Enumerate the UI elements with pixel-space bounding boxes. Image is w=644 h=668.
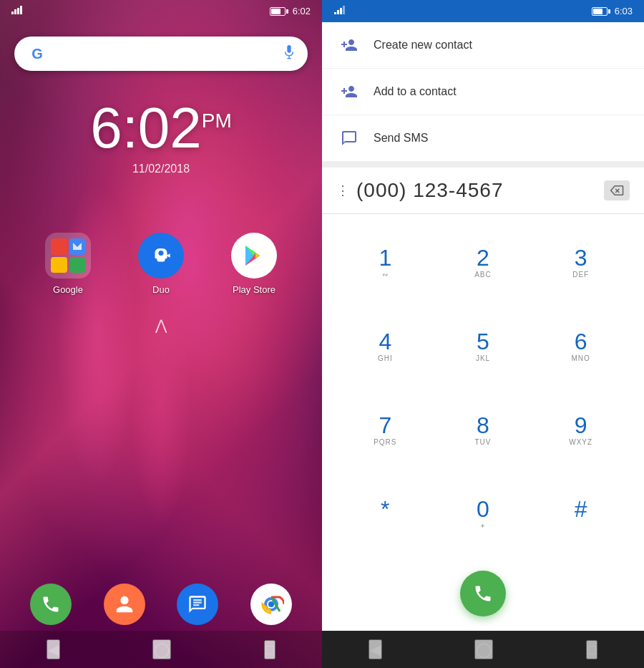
- left-time: 6:02: [293, 6, 311, 16]
- google-search-bar[interactable]: G: [14, 37, 308, 71]
- signal-icon: [11, 6, 23, 16]
- create-contact-label: Create new contact: [374, 39, 472, 52]
- phone-number: (000) 123-4567: [356, 179, 597, 202]
- key-5[interactable]: 5 JKL: [434, 305, 532, 389]
- key-3-letters: DEF: [572, 271, 589, 281]
- send-sms-item[interactable]: Send SMS: [322, 115, 644, 162]
- maps-icon: [51, 257, 67, 274]
- key-0[interactable]: 0 +: [434, 473, 532, 556]
- key-0-letters: +: [481, 522, 486, 532]
- status-right: 6:02: [270, 6, 311, 16]
- right-nav: ◀ ◯ □: [322, 631, 644, 668]
- app-item-duo[interactable]: Duo: [138, 233, 184, 295]
- right-status-right: 6:03: [592, 6, 633, 16]
- create-contact-item[interactable]: Create new contact: [322, 22, 644, 69]
- svg-point-7: [158, 251, 163, 256]
- right-time: 6:03: [615, 6, 633, 16]
- app-item-google[interactable]: Google: [45, 233, 91, 295]
- duo-icon: [138, 233, 184, 279]
- app-item-playstore[interactable]: Play Store: [231, 233, 277, 295]
- svg-rect-2: [17, 8, 19, 14]
- right-back-button[interactable]: ◀: [369, 639, 382, 659]
- create-contact-icon: [339, 35, 359, 55]
- key-7-letters: PQRS: [374, 438, 396, 448]
- add-to-contact-label: Add to a contact: [374, 85, 457, 98]
- key-6-letters: MNO: [571, 354, 590, 364]
- drive-icon: [69, 257, 86, 274]
- add-to-contact-icon: [339, 82, 359, 102]
- key-hash[interactable]: #: [532, 473, 630, 556]
- youtube-icon: [51, 238, 67, 255]
- home-clock: 6:02PM 11/02/2018: [0, 100, 322, 175]
- key-9[interactable]: 9 WXYZ: [532, 389, 630, 473]
- backspace-button[interactable]: [604, 180, 630, 200]
- key-7[interactable]: 7 PQRS: [336, 389, 434, 473]
- clock-time-value: 6:02: [90, 96, 202, 160]
- svg-rect-4: [287, 45, 291, 53]
- right-recents-button[interactable]: □: [586, 640, 597, 659]
- dialer-area: ⋮ (000) 123-4567 1 ∾ 2 ABC 3 DEF: [322, 168, 644, 631]
- gmail-icon: [69, 238, 86, 255]
- key-2-letters: ABC: [474, 271, 492, 281]
- more-icon[interactable]: ⋮: [336, 183, 349, 198]
- key-8[interactable]: 8 TUV: [434, 389, 532, 473]
- send-sms-label: Send SMS: [374, 132, 428, 145]
- right-battery-icon: [592, 7, 610, 16]
- duo-label: Duo: [152, 284, 170, 295]
- call-button[interactable]: [460, 571, 506, 616]
- key-6[interactable]: 6 MNO: [532, 305, 630, 389]
- key-4[interactable]: 4 GHI: [336, 305, 434, 389]
- left-status-bar: 6:02: [0, 0, 322, 22]
- google-folder-icon: [45, 233, 91, 279]
- clock-date: 11/02/2018: [0, 163, 322, 175]
- playstore-icon: [231, 233, 277, 279]
- right-status-bar: 6:03: [322, 0, 644, 22]
- key-8-letters: TUV: [474, 438, 491, 448]
- playstore-label: Play Store: [233, 284, 275, 295]
- back-button[interactable]: ◀: [47, 639, 60, 659]
- mic-icon[interactable]: [283, 44, 295, 64]
- send-sms-icon: [339, 128, 359, 148]
- up-arrow[interactable]: ⋀: [0, 316, 322, 334]
- contact-menu: Create new contact Add to a contact Send…: [322, 22, 644, 162]
- clock-display: 6:02PM: [0, 100, 322, 157]
- home-screen: 6:02 G 6:02PM 11/02/2018: [0, 0, 322, 668]
- svg-rect-3: [20, 6, 22, 14]
- svg-rect-1: [14, 9, 16, 14]
- key-1[interactable]: 1 ∾: [336, 221, 434, 305]
- key-5-letters: JKL: [476, 354, 490, 364]
- number-display: ⋮ (000) 123-4567: [322, 168, 644, 214]
- svg-rect-0: [11, 11, 14, 14]
- battery-icon: [270, 7, 288, 16]
- home-dock: [0, 584, 322, 625]
- key-1-letters: ∾: [382, 271, 389, 281]
- app-grid: Google Duo: [0, 233, 322, 295]
- right-home-button[interactable]: ◯: [474, 639, 493, 659]
- call-btn-area: [322, 563, 644, 631]
- recents-button[interactable]: □: [264, 640, 275, 659]
- dock-contacts[interactable]: [104, 584, 145, 625]
- home-button[interactable]: ◯: [152, 639, 171, 659]
- google-label: Google: [53, 284, 83, 295]
- dock-messages[interactable]: [177, 584, 218, 625]
- right-status-left: [333, 6, 345, 16]
- clock-ampm: PM: [202, 110, 232, 132]
- keypad: 1 ∾ 2 ABC 3 DEF 4 GHI 5 JKL 6 MNO: [322, 214, 644, 563]
- dock-phone[interactable]: [30, 584, 72, 625]
- key-3[interactable]: 3 DEF: [532, 221, 630, 305]
- key-star[interactable]: *: [336, 473, 434, 556]
- google-logo: G: [27, 44, 47, 64]
- add-to-contact-item[interactable]: Add to a contact: [322, 69, 644, 115]
- key-2[interactable]: 2 ABC: [434, 221, 532, 305]
- home-nav: ◀ ◯ □: [0, 631, 322, 668]
- dialer-screen: 6:03 Create new contact Add to a contact: [322, 0, 644, 668]
- status-left: [11, 6, 23, 16]
- menu-divider: [322, 162, 644, 168]
- key-9-letters: WXYZ: [569, 438, 592, 448]
- key-4-letters: GHI: [378, 354, 393, 364]
- dock-chrome[interactable]: [250, 584, 292, 625]
